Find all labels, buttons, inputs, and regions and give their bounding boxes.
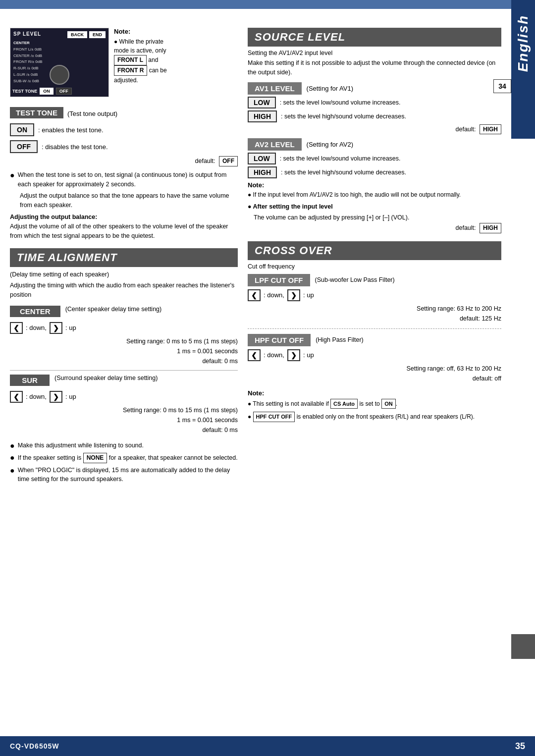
- center-up-btn[interactable]: ❯: [50, 322, 62, 334]
- bottom-bar: CQ-VD6505W 35: [0, 736, 535, 756]
- av2-low-row: LOW : sets the level low/sound volume in…: [248, 153, 501, 164]
- off-row: OFF : disables the test tone.: [10, 139, 238, 154]
- sur-up-btn[interactable]: ❯: [50, 391, 62, 403]
- top-section: SP LEVEL BACK END CENTER FRONT L/± 0dB C…: [10, 28, 238, 102]
- test-tone-row: TEST TONE (Test tone output): [10, 107, 238, 120]
- adjusting-text-content: Adjust the volume of all of the other sp…: [10, 223, 228, 239]
- av1-default-label: default:: [456, 126, 476, 133]
- center-down-label: : down,: [26, 324, 47, 331]
- sur-range: Setting range: 0 ms to 15 ms (1 ms steps…: [10, 405, 238, 415]
- none-box: NONE: [83, 453, 107, 463]
- off-desc: : disables the test tone.: [42, 143, 108, 151]
- center-label: CENTER: [10, 306, 60, 317]
- time-alignment-header: TIME ALIGNMENT: [10, 248, 238, 267]
- co-note1-part2: is set to: [358, 400, 381, 407]
- av1-high-desc: : sets the level high/sound volume decre…: [281, 113, 406, 120]
- bottom-page-num: 35: [515, 741, 525, 752]
- sur-up-label: : up: [65, 393, 76, 400]
- bottom-model: CQ-VD6505W: [10, 742, 59, 750]
- sp-reading-center: CENTER: [13, 40, 106, 47]
- av1-high-row: HIGH : sets the level high/sound volume …: [248, 110, 501, 122]
- center-setting-range: Setting range: 0 ms to 5 ms (1 ms steps)…: [10, 336, 238, 366]
- right-column: SOURCE LEVEL Setting the AV1/AV2 input l…: [248, 28, 501, 492]
- test-tone-section: TEST TONE (Test tone output) ON : enable…: [10, 107, 238, 240]
- sl-note2-row: ● After setting the input level: [248, 202, 501, 212]
- av1-default-row: default: HIGH: [248, 124, 501, 135]
- note-text: ● While the private mode is active, only…: [114, 37, 238, 85]
- lpf-up-btn[interactable]: ❯: [287, 289, 300, 301]
- test-tone-label: TEST TONE: [10, 107, 63, 118]
- test-tone-indent: Adjust the output balance so that the to…: [20, 191, 238, 210]
- sl-default-label: default:: [456, 224, 476, 231]
- sp-level-nav: BACK END: [67, 31, 106, 38]
- test-tone-desc: (Test tone output): [67, 110, 117, 117]
- lpf-down-btn[interactable]: ❮: [248, 289, 261, 301]
- source-level-header: SOURCE LEVEL: [248, 28, 501, 47]
- source-level-subtitle: Setting the AV1/AV2 input level: [248, 50, 501, 56]
- center-default: default: 0 ms: [10, 356, 238, 366]
- adjusting-title-row: Adjusting the output balance:: [10, 213, 238, 220]
- av2-high-desc: : sets the level high/sound volume decre…: [281, 169, 406, 176]
- ta-bullet-text-3: When "PRO LOGIC" is displayed, 15 ms are…: [18, 466, 238, 485]
- hpf-down-btn[interactable]: ❮: [248, 349, 261, 361]
- note-col: Note: ● While the private mode is active…: [114, 28, 238, 102]
- lpf-box: LPF CUT OFF: [248, 274, 310, 286]
- cs-auto-box: CS Auto: [330, 399, 358, 409]
- ta-bullet-dot-3: ●: [10, 466, 15, 485]
- av1-setting: (Setting for AV1): [307, 85, 353, 92]
- on-small-btn[interactable]: ON: [40, 88, 54, 95]
- sp-level-display: SP LEVEL BACK END CENTER FRONT L/± 0dB C…: [10, 28, 109, 97]
- sl-note1: ● If the input level from AV1/AV2 is too…: [248, 190, 501, 199]
- test-tone-bottom: TEST TONE ON OFF: [12, 88, 107, 95]
- ta-bullet-dot-1: ●: [10, 441, 15, 450]
- source-level-desc: Make this setting if it is not possible …: [248, 58, 501, 77]
- av2-high-row: HIGH : sets the level high/sound volume …: [248, 166, 501, 178]
- co-note-title: Note:: [248, 389, 501, 397]
- off-small-btn[interactable]: OFF: [56, 88, 72, 95]
- hpf-desc: (High Pass Filter): [316, 336, 364, 343]
- hpf-up-label: : up: [303, 351, 314, 359]
- on-desc: : enables the test tone.: [38, 126, 104, 134]
- co-note2-part1: ●: [248, 413, 253, 420]
- hpf-arrow-row: ❮ : down, ❯ : up: [248, 349, 501, 361]
- cross-over-section: CROSS OVER Cut off frequency LPF CUT OFF…: [248, 241, 501, 422]
- bullet-dot-1: ●: [10, 170, 15, 189]
- sur-down-btn[interactable]: ❮: [10, 391, 23, 403]
- sur-arrow-row: ❮ : down, ❯ : up: [10, 391, 238, 403]
- note-can-be: can be: [147, 67, 166, 74]
- end-btn[interactable]: END: [89, 31, 106, 38]
- divider1: [10, 370, 238, 371]
- sp-reading-frontl: FRONT L/± 0dB: [13, 47, 106, 53]
- av2-level-row: AV2 LEVEL (Setting for AV2): [248, 138, 501, 151]
- test-tone-bullet1: ● When the test tone is set to on, test …: [10, 170, 238, 189]
- cross-over-header: CROSS OVER: [248, 241, 501, 260]
- sl-default-row: default: HIGH: [248, 223, 501, 233]
- test-tone-label-small: TEST TONE: [12, 89, 37, 94]
- front-r-box: FRONT R: [114, 65, 147, 76]
- note-line2: mode is active, only: [114, 47, 166, 54]
- center-arrow-row: ❮ : down, ❯ : up: [10, 322, 238, 334]
- indent-text: Adjust the output balance so that the to…: [20, 192, 229, 209]
- ta-bullet-text-2: If the speaker setting is NONE for a spe…: [18, 453, 238, 463]
- hpf-up-btn[interactable]: ❯: [287, 349, 300, 361]
- center-down-btn[interactable]: ❮: [10, 322, 23, 334]
- left-column: SP LEVEL BACK END CENTER FRONT L/± 0dB C…: [10, 28, 238, 492]
- note-adjusted: adjusted.: [114, 77, 138, 84]
- lpf-arrow-row: ❮ : down, ❯ : up: [248, 289, 501, 301]
- crossover-subtitle: Cut off frequency: [248, 263, 501, 270]
- sp-reading-center2: CENTER /± 0dB: [13, 53, 106, 59]
- av2-setting: (Setting for AV2): [307, 141, 353, 148]
- lpf-row: LPF CUT OFF (Sub-woofer Low Pass Filter): [248, 274, 501, 286]
- center-row: CENTER (Center speaker delay time settin…: [10, 306, 238, 319]
- sur-row: SUR (Surround speaker delay time setting…: [10, 375, 238, 388]
- lpf-down-label: : down,: [264, 291, 284, 299]
- co-note1-end: .: [396, 400, 397, 407]
- time-alignment-section: TIME ALIGNMENT (Delay time setting of ea…: [10, 248, 238, 484]
- av2-low-box: LOW: [248, 153, 276, 164]
- right-accent-bar: [511, 634, 535, 659]
- hpf-down-label: : down,: [264, 351, 284, 359]
- sur-block: SUR (Surround speaker delay time setting…: [10, 375, 238, 435]
- sidebar-accent: English: [511, 0, 535, 139]
- source-level-note: Note: ● If the input level from AV1/AV2 …: [248, 181, 501, 221]
- back-btn[interactable]: BACK: [67, 31, 87, 38]
